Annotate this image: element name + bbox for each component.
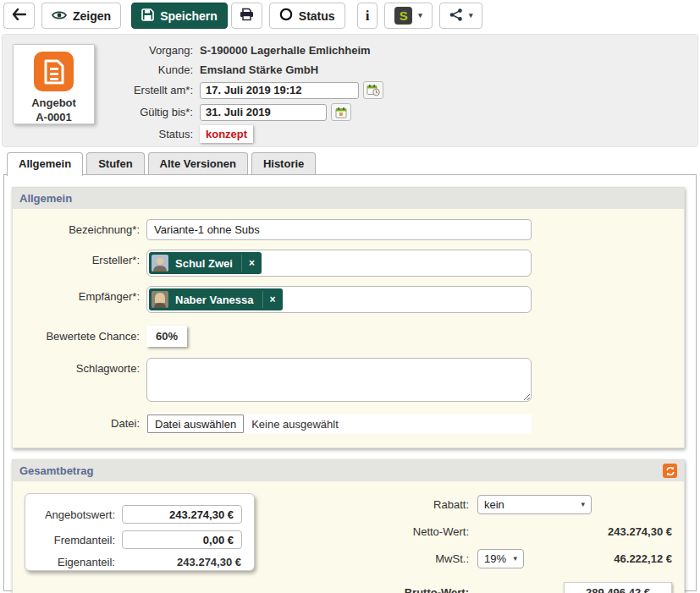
erstellt-am-label: Erstellt am*: [125, 84, 193, 96]
document-icon [34, 52, 74, 91]
bezeichnung-label: Bezeichnung*: [13, 219, 140, 236]
status-badge: konzept [200, 125, 253, 143]
chevron-down-icon: ▾ [581, 501, 585, 508]
calendar-clock-icon[interactable] [363, 81, 383, 99]
back-arrow-icon [12, 8, 26, 23]
section-gesamtbetrag-body: Angebotswert: Fremdanteil: Eigenanteil: … [13, 481, 684, 593]
tab-stufen[interactable]: Stufen [86, 152, 144, 174]
toolbar: Zeigen Speichern Status i S ▾ ▾ [0, 0, 700, 32]
record-type-card: Angebot A-0001 [13, 44, 95, 124]
tab-allgemein[interactable]: Allgemein [7, 152, 83, 176]
zeigen-label: Zeigen [73, 9, 111, 23]
section-title: Gesamtbetrag [19, 464, 93, 477]
app-logo-icon: S [394, 7, 412, 25]
kunde-value: Emsland Stärke GmbH [200, 63, 318, 76]
status-button[interactable]: Status [269, 3, 345, 29]
save-icon [141, 8, 154, 24]
tab-historie[interactable]: Historie [251, 152, 316, 174]
info-button[interactable]: i [357, 3, 378, 29]
speichern-label: Speichern [160, 9, 218, 23]
section-allgemein-header: Allgemein [13, 188, 684, 209]
chip-name: Schul Zwei [168, 257, 241, 270]
section-title: Allgemein [19, 192, 72, 205]
angebotswert-label: Angebotswert: [34, 508, 115, 521]
schlagworte-label: Schlagworte: [13, 358, 140, 375]
status-circle-icon [279, 8, 293, 24]
rabatt-select[interactable]: kein ▾ [477, 495, 592, 514]
eigenanteil-label: Eigenanteil: [34, 556, 115, 568]
file-input: Datei auswählen Keine ausgewählt [146, 414, 532, 434]
close-icon[interactable]: × [262, 291, 283, 308]
share-icon [449, 8, 463, 24]
back-button[interactable] [3, 3, 35, 29]
print-button[interactable] [231, 3, 262, 29]
empfaenger-input[interactable]: Naber Vanessa × [146, 286, 532, 313]
chance-label: Bewertete Chance: [13, 325, 140, 343]
record-type-label: Angebot [14, 96, 94, 110]
summen-box: Rabatt: kein ▾ Netto-Wert: 243.274,30 € … [383, 493, 672, 593]
refresh-icon[interactable] [663, 464, 677, 478]
section-allgemein: Allgemein Bezeichnung*: Ersteller*: Schu… [12, 187, 685, 448]
avatar [152, 255, 168, 272]
section-gesamtbetrag: Gesamtbetrag Angebotswert: Fremdanteil: [12, 459, 685, 593]
empfaenger-label: Empfänger*: [13, 286, 140, 303]
record-header: Angebot A-0001 Vorgang: S-190000 Lagerha… [2, 34, 698, 147]
print-icon [240, 8, 254, 24]
rabatt-label: Rabatt: [383, 498, 469, 511]
kunde-label: Kunde: [125, 63, 193, 76]
chevron-down-icon: ▾ [418, 12, 422, 19]
chip-name: Naber Vanessa [168, 294, 262, 306]
section-gesamtbetrag-header: Gesamtbetrag [13, 460, 684, 481]
empfaenger-chip[interactable]: Naber Vanessa × [149, 288, 283, 310]
zeigen-button[interactable]: Zeigen [41, 3, 121, 29]
mwst-selected-value: 19% [484, 552, 506, 565]
fremdanteil-input[interactable] [122, 530, 242, 549]
speichern-button[interactable]: Speichern [131, 3, 228, 29]
avatar [152, 291, 168, 308]
ersteller-chip[interactable]: Schul Zwei × [149, 252, 262, 274]
calendar-icon[interactable] [331, 103, 351, 121]
chevron-down-icon: ▾ [513, 555, 517, 563]
netto-wert-value: 243.274,30 € [477, 525, 672, 538]
header-fields: Vorgang: S-190000 Lagerhalle Emlichheim … [125, 42, 383, 146]
status-button-label: Status [299, 9, 335, 23]
file-status-text: Keine ausgewählt [251, 418, 339, 431]
gueltig-bis-label: Gültig bis*: [125, 106, 193, 118]
fremdanteil-label: Fremdanteil: [34, 534, 115, 546]
ersteller-label: Ersteller*: [13, 250, 140, 266]
eigenanteil-value: 243.274,30 € [122, 556, 242, 568]
ersteller-input[interactable]: Schul Zwei × [146, 250, 532, 277]
mwst-label: MwSt.: [383, 552, 469, 565]
vorgang-label: Vorgang: [125, 44, 193, 57]
eye-icon [52, 9, 67, 23]
brutto-wert-label: Brutto-Wert: [383, 586, 469, 593]
mwst-amount: 46.222,12 € [524, 552, 672, 565]
tab-bar: Allgemein Stufen Alte Versionen Historie [7, 152, 700, 174]
info-icon: i [366, 8, 370, 25]
tab-alte-versionen[interactable]: Alte Versionen [148, 152, 248, 174]
record-number: A-0001 [14, 110, 94, 124]
status-label: Status: [125, 128, 193, 140]
netto-wert-label: Netto-Wert: [383, 525, 469, 538]
section-allgemein-body: Bezeichnung*: Ersteller*: Schul Zwei × E [13, 209, 684, 447]
close-icon[interactable]: × [241, 255, 262, 272]
chance-value: 60% [146, 326, 187, 347]
angebotswert-input[interactable] [122, 505, 242, 524]
gueltig-bis-input[interactable] [200, 104, 327, 121]
brutto-wert-value: 289.496,42 € [564, 582, 672, 593]
bezeichnung-input[interactable] [146, 219, 532, 240]
app-menu-button[interactable]: S ▾ [384, 3, 433, 29]
vorgang-value: S-190000 Lagerhalle Emlichheim [200, 44, 371, 57]
angebotswert-box: Angebotswert: Fremdanteil: Eigenanteil: … [25, 493, 255, 571]
file-select-button[interactable]: Datei auswählen [147, 415, 244, 433]
erstellt-am-input[interactable] [200, 82, 359, 99]
chevron-down-icon: ▾ [469, 12, 473, 19]
mwst-select[interactable]: 19% ▾ [477, 549, 524, 568]
tab-content: Allgemein Bezeichnung*: Ersteller*: Schu… [3, 174, 697, 591]
datei-label: Datei: [13, 414, 140, 430]
schlagworte-textarea[interactable] [146, 358, 532, 402]
share-button[interactable]: ▾ [439, 3, 483, 29]
rabatt-selected-value: kein [484, 498, 504, 511]
